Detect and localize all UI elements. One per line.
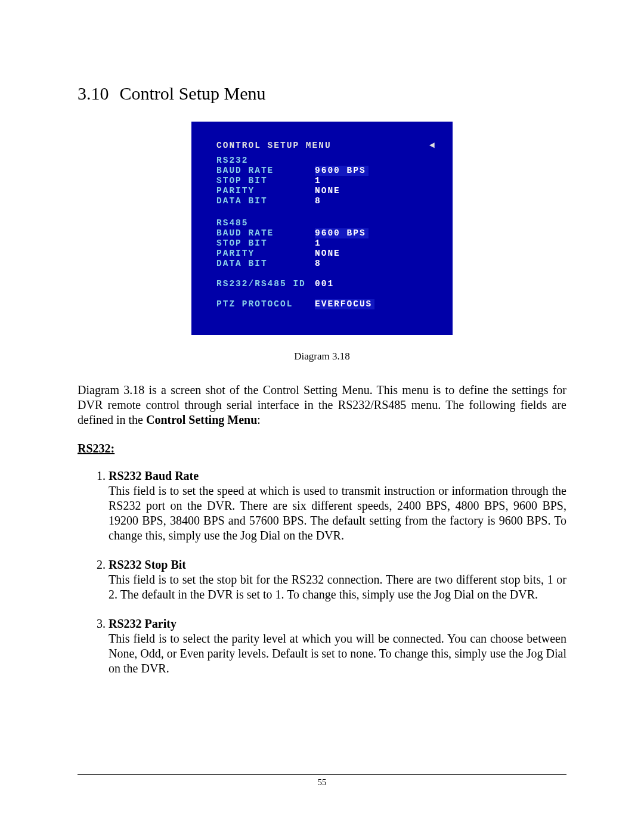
document-page: 3.10Control Setup Menu CONTROL SETUP MEN… bbox=[0, 0, 644, 834]
crt-screen: CONTROL SETUP MENU ◄ RS232 BAUD RATE 960… bbox=[191, 122, 453, 335]
rs232-stop-label: STOP BIT bbox=[216, 176, 315, 186]
screenshot-wrap: CONTROL SETUP MENU ◄ RS232 BAUD RATE 960… bbox=[78, 122, 566, 337]
rs232-parity-label: PARITY bbox=[216, 186, 315, 196]
id-row[interactable]: RS232/RS485 ID 001 bbox=[216, 279, 435, 289]
rs485-databit-row[interactable]: DATA BIT 8 bbox=[216, 259, 435, 269]
crt-title-row: CONTROL SETUP MENU ◄ bbox=[216, 141, 435, 151]
rs485-header: RS485 bbox=[216, 218, 435, 228]
rs232-databit-label: DATA BIT bbox=[216, 196, 315, 206]
list-item: RS232 Baud Rate This field is to set the… bbox=[109, 469, 566, 543]
field-desc: This field is to set the speed at which … bbox=[109, 484, 566, 542]
rs485-baud-label: BAUD RATE bbox=[216, 228, 315, 238]
rs232-subhead: RS232: bbox=[78, 442, 566, 455]
rs232-databit-row[interactable]: DATA BIT 8 bbox=[216, 196, 435, 206]
rs232-header: RS232 bbox=[216, 156, 435, 166]
rs232-parity-value: NONE bbox=[315, 186, 340, 196]
ptz-value: EVERFOCUS bbox=[315, 299, 374, 309]
rs232-baud-row[interactable]: BAUD RATE 9600 BPS bbox=[216, 166, 435, 176]
field-name: RS232 Stop Bit bbox=[109, 558, 186, 571]
ptz-row[interactable]: PTZ PROTOCOL EVERFOCUS bbox=[216, 299, 435, 309]
section-number: 3.10 bbox=[78, 83, 109, 104]
section-heading: 3.10Control Setup Menu bbox=[78, 83, 566, 104]
list-item: RS232 Parity This field is to select the… bbox=[109, 616, 566, 676]
rs485-stop-value: 1 bbox=[315, 238, 321, 249]
field-desc: This field is to set the stop bit for th… bbox=[109, 573, 566, 601]
rs232-baud-label: BAUD RATE bbox=[216, 166, 315, 176]
intro-bold: Control Setting Menu bbox=[146, 413, 257, 426]
id-value: 001 bbox=[315, 279, 334, 289]
field-name: RS232 Parity bbox=[109, 617, 177, 630]
rs232-parity-row[interactable]: PARITY NONE bbox=[216, 186, 435, 196]
rs232-stop-row[interactable]: STOP BIT 1 bbox=[216, 176, 435, 186]
rs485-parity-row[interactable]: PARITY NONE bbox=[216, 249, 435, 259]
diagram-caption: Diagram 3.18 bbox=[78, 351, 566, 362]
rs485-stop-label: STOP BIT bbox=[216, 238, 315, 249]
field-name: RS232 Baud Rate bbox=[109, 469, 199, 482]
page-number: 55 bbox=[318, 777, 327, 787]
rs232-stop-value: 1 bbox=[315, 176, 321, 186]
field-list: RS232 Baud Rate This field is to set the… bbox=[78, 469, 566, 676]
rs232-baud-value: 9600 BPS bbox=[315, 166, 369, 176]
list-item: RS232 Stop Bit This field is to set the … bbox=[109, 557, 566, 602]
rs485-baud-value: 9600 BPS bbox=[315, 228, 369, 238]
rs485-baud-row[interactable]: BAUD RATE 9600 BPS bbox=[216, 228, 435, 238]
id-label: RS232/RS485 ID bbox=[216, 279, 315, 289]
rs232-databit-value: 8 bbox=[315, 196, 321, 206]
rs485-stop-row[interactable]: STOP BIT 1 bbox=[216, 238, 435, 249]
back-arrow-icon[interactable]: ◄ bbox=[429, 141, 435, 151]
rs485-databit-value: 8 bbox=[315, 259, 321, 269]
rs485-databit-label: DATA BIT bbox=[216, 259, 315, 269]
crt-title: CONTROL SETUP MENU bbox=[216, 141, 332, 151]
ptz-label: PTZ PROTOCOL bbox=[216, 299, 315, 309]
intro-text-2: : bbox=[257, 413, 261, 426]
section-title: Control Setup Menu bbox=[120, 83, 266, 103]
field-desc: This field is to select the parity level… bbox=[109, 632, 566, 675]
rs485-parity-value: NONE bbox=[315, 249, 340, 259]
intro-paragraph: Diagram 3.18 is a screen shot of the Con… bbox=[78, 383, 566, 427]
rs485-parity-label: PARITY bbox=[216, 249, 315, 259]
page-footer: 55 bbox=[78, 774, 566, 788]
